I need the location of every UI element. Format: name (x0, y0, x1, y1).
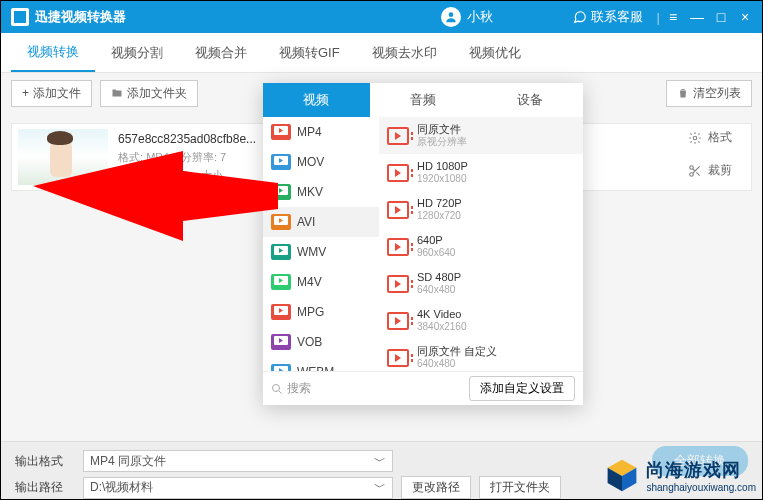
format-icon (271, 124, 291, 140)
resolution-item-5[interactable]: 4K Video3840x2160 (379, 302, 583, 339)
format-icon (271, 154, 291, 170)
resolution-item-3[interactable]: 640P960x640 (379, 228, 583, 265)
format-item-avi[interactable]: AVI (263, 207, 379, 237)
format-item-mpg[interactable]: MPG (263, 297, 379, 327)
user-account[interactable]: 小秋 (441, 7, 493, 27)
open-folder-button[interactable]: 打开文件夹 (479, 476, 561, 499)
gear-icon (688, 131, 702, 145)
app-title: 迅捷视频转换器 (35, 8, 126, 26)
format-icon (271, 244, 291, 260)
search-icon (271, 383, 283, 395)
output-format-label: 输出格式 (15, 453, 75, 470)
format-popup: 视频音频设备 MP4MOVMKVAVIWMVM4VMPGVOBWEBM 同原文件… (263, 83, 583, 405)
format-tool[interactable]: 格式 (688, 129, 732, 146)
plus-icon: + (22, 86, 29, 100)
svg-point-2 (690, 165, 694, 169)
popup-tabs: 视频音频设备 (263, 83, 583, 117)
user-avatar-icon (441, 7, 461, 27)
item-side-tools: 格式 裁剪 (688, 129, 732, 179)
format-item-m4v[interactable]: M4V (263, 267, 379, 297)
svg-point-22 (273, 384, 280, 391)
format-icon (271, 364, 291, 371)
format-label: MOV (297, 155, 324, 169)
menu-icon[interactable]: ≡ (666, 10, 680, 24)
format-item-vob[interactable]: VOB (263, 327, 379, 357)
format-label: VOB (297, 335, 322, 349)
convert-all-button[interactable]: 全部转换 (652, 446, 748, 476)
footer: 输出格式 MP4 同原文件 ﹀ 全部转换 输出路径 D:\视频材料 ﹀ 更改路径… (1, 441, 762, 499)
film-icon (387, 238, 409, 256)
svg-point-1 (693, 136, 697, 140)
resolution-item-1[interactable]: HD 1080P1920x1080 (379, 154, 583, 191)
maximize-icon[interactable]: □ (714, 10, 728, 24)
main-tab-4[interactable]: 视频去水印 (356, 33, 453, 72)
contact-support[interactable]: 联系客服 (573, 8, 643, 26)
format-item-wmv[interactable]: WMV (263, 237, 379, 267)
format-search-input[interactable]: 搜索 (271, 380, 461, 397)
format-item-webm[interactable]: WEBM (263, 357, 379, 371)
format-icon (271, 184, 291, 200)
format-label: MKV (297, 185, 323, 199)
add-folder-button[interactable]: 添加文件夹 (100, 80, 198, 107)
format-icon (271, 274, 291, 290)
film-icon (387, 201, 409, 219)
folder-icon (111, 87, 123, 99)
format-label: AVI (297, 215, 315, 229)
film-icon (387, 275, 409, 293)
format-label: M4V (297, 275, 322, 289)
add-file-button[interactable]: +添加文件 (11, 80, 92, 107)
svg-point-3 (690, 172, 694, 176)
main-tabs: 视频转换视频分割视频合并视频转GIF视频去水印视频优化 (1, 33, 762, 73)
chat-icon (573, 10, 587, 24)
format-icon (271, 214, 291, 230)
clear-list-button[interactable]: 清空列表 (666, 80, 752, 107)
file-thumbnail (18, 129, 108, 185)
main-tab-5[interactable]: 视频优化 (453, 33, 537, 72)
main-tab-1[interactable]: 视频分割 (95, 33, 179, 72)
contact-label: 联系客服 (591, 8, 643, 26)
format-item-mov[interactable]: MOV (263, 147, 379, 177)
format-icon (271, 304, 291, 320)
popup-tab-0[interactable]: 视频 (263, 83, 370, 117)
format-label: WMV (297, 245, 326, 259)
change-path-button[interactable]: 更改路径 (401, 476, 471, 499)
chevron-down-icon: ﹀ (374, 453, 386, 470)
resolution-item-2[interactable]: HD 720P1280x720 (379, 191, 583, 228)
main-tab-0[interactable]: 视频转换 (11, 33, 95, 72)
resolution-list: 同原文件原视分辨率HD 1080P1920x1080HD 720P1280x72… (379, 117, 583, 371)
file-name: 657e8cc8235ad08cfb8e... (118, 130, 256, 149)
main-tab-3[interactable]: 视频转GIF (263, 33, 356, 72)
film-icon (387, 127, 409, 145)
resolution-item-0[interactable]: 同原文件原视分辨率 (379, 117, 583, 154)
resolution-item-6[interactable]: 同原文件 自定义640x480 (379, 339, 583, 371)
minimize-icon[interactable]: — (690, 10, 704, 24)
film-icon (387, 164, 409, 182)
format-label: MPG (297, 305, 324, 319)
format-icon (271, 334, 291, 350)
output-path-label: 输出路径 (15, 479, 75, 496)
app-logo-icon (11, 8, 29, 26)
scissors-icon (688, 164, 702, 178)
crop-tool[interactable]: 裁剪 (688, 162, 732, 179)
film-icon (387, 312, 409, 330)
format-list: MP4MOVMKVAVIWMVM4VMPGVOBWEBM (263, 117, 379, 371)
chevron-down-icon: ﹀ (374, 479, 386, 496)
add-custom-button[interactable]: 添加自定义设置 (469, 376, 575, 401)
format-label: MP4 (297, 125, 322, 139)
user-name: 小秋 (467, 8, 493, 26)
titlebar: 迅捷视频转换器 小秋 联系客服 | ≡ — □ × (1, 1, 762, 33)
resolution-item-4[interactable]: SD 480P640x480 (379, 265, 583, 302)
close-icon[interactable]: × (738, 10, 752, 24)
svg-point-0 (448, 12, 453, 17)
popup-tab-2[interactable]: 设备 (476, 83, 583, 117)
format-item-mkv[interactable]: MKV (263, 177, 379, 207)
film-icon (387, 349, 409, 367)
trash-icon (677, 87, 689, 99)
file-info: 657e8cc8235ad08cfb8e... 格式: MP4 分辨率: 7 时… (118, 130, 256, 184)
output-format-select[interactable]: MP4 同原文件 ﹀ (83, 450, 393, 472)
output-path-field[interactable]: D:\视频材料 ﹀ (83, 477, 393, 499)
main-tab-2[interactable]: 视频合并 (179, 33, 263, 72)
popup-tab-1[interactable]: 音频 (370, 83, 477, 117)
